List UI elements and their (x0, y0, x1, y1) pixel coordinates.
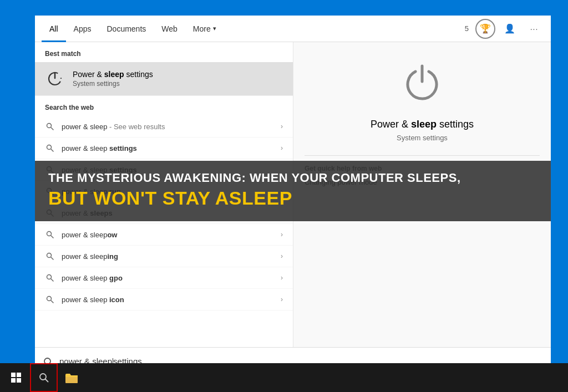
tab-web-label: Web (161, 24, 178, 33)
list-item-text: power & sleeping (62, 252, 281, 261)
svg-line-5 (51, 149, 53, 151)
person-icon: 👤 (504, 23, 515, 34)
chevron-icon: › (281, 231, 283, 238)
tab-more[interactable]: More ▾ (185, 16, 224, 42)
chevron-down-icon: ▾ (213, 25, 216, 32)
tab-more-label: More (193, 24, 211, 33)
search-icon (45, 251, 55, 261)
best-match-text: Power & sleep settings System settings (73, 70, 153, 88)
svg-point-4 (47, 145, 52, 150)
power-icon-large (397, 59, 447, 109)
list-item[interactable]: power & sleep icon › (35, 289, 293, 310)
search-icon (45, 230, 55, 240)
list-item[interactable]: power & sleeping › (35, 246, 293, 267)
person-icon-btn[interactable]: 👤 (500, 19, 520, 39)
tab-web[interactable]: Web (154, 16, 185, 42)
svg-point-18 (47, 297, 52, 301)
search-icon (45, 121, 55, 131)
list-item[interactable]: power & sleep gpo › (35, 267, 293, 289)
chevron-icon: › (281, 123, 283, 130)
chevron-icon: › (281, 274, 283, 282)
badge-count: 5 (465, 24, 469, 33)
svg-point-12 (47, 232, 52, 236)
power-icon (45, 69, 65, 89)
svg-line-3 (51, 128, 53, 130)
tab-apps[interactable]: Apps (66, 16, 99, 42)
tab-documents-label: Documents (106, 24, 146, 33)
list-item-text: power & sleep icon (62, 296, 281, 304)
watermark: SHUN SLEEP (472, 352, 524, 360)
taskbar-search-button[interactable] (30, 363, 58, 392)
start-button[interactable] (2, 363, 30, 392)
search-icon (45, 273, 55, 283)
svg-line-19 (51, 301, 53, 303)
svg-point-14 (47, 253, 52, 258)
best-match-header: Best match (35, 42, 293, 62)
svg-rect-24 (17, 373, 21, 377)
ellipsis-btn[interactable]: ··· (524, 19, 544, 39)
overlay-banner: THE MYSTERIOUS AWAKENING: WHEN YOUR COMP… (35, 161, 551, 221)
chevron-icon: › (281, 296, 283, 303)
tab-apps-label: Apps (74, 24, 92, 33)
svg-point-2 (47, 124, 52, 128)
list-item-text: power & sleepow (62, 231, 281, 239)
svg-rect-23 (11, 373, 16, 377)
best-match-title: Power & sleep settings (73, 70, 153, 79)
list-item-text: power & sleep - See web results (62, 123, 281, 131)
right-panel-subtitle: System settings (397, 134, 448, 142)
chevron-icon: › (281, 144, 283, 152)
search-icon (45, 143, 55, 153)
chevron-icon: › (281, 252, 283, 260)
tab-documents[interactable]: Documents (99, 16, 154, 42)
list-item-text: power & sleep gpo (62, 274, 281, 282)
best-match-item[interactable]: Power & sleep settings System settings (35, 62, 293, 95)
tab-all-label: All (49, 24, 58, 33)
list-item-text: power & sleep settings (62, 144, 281, 152)
search-web-header: Search the web (35, 95, 293, 116)
taskbar-file-explorer-button[interactable] (58, 363, 85, 392)
svg-rect-25 (11, 378, 16, 383)
list-item[interactable]: power & sleep - See web results › (35, 116, 293, 138)
list-item[interactable]: power & sleep settings › (35, 138, 293, 159)
overlay-line2: BUT WON'T STAY ASLEEP (48, 187, 537, 209)
svg-line-17 (51, 279, 53, 281)
best-match-subtitle: System settings (73, 80, 153, 88)
overlay-line1: THE MYSTERIOUS AWAKENING: WHEN YOUR COMP… (48, 171, 537, 185)
tab-bar: All Apps Documents Web More ▾ 5 🏆 👤 ··· (35, 16, 551, 42)
svg-line-13 (51, 236, 53, 238)
svg-rect-26 (17, 378, 21, 383)
search-icon (45, 294, 55, 304)
list-item[interactable]: power & sleepow › (35, 224, 293, 246)
ellipsis-icon: ··· (530, 24, 539, 33)
svg-line-15 (51, 257, 53, 259)
tab-all[interactable]: All (42, 16, 66, 42)
divider (305, 155, 540, 156)
svg-line-28 (45, 379, 48, 382)
right-panel-title: Power & sleep settings (371, 119, 474, 130)
svg-point-16 (47, 275, 52, 279)
tab-actions: 5 🏆 👤 ··· (465, 19, 544, 39)
taskbar (0, 363, 568, 392)
trophy-icon[interactable]: 🏆 (475, 19, 495, 39)
